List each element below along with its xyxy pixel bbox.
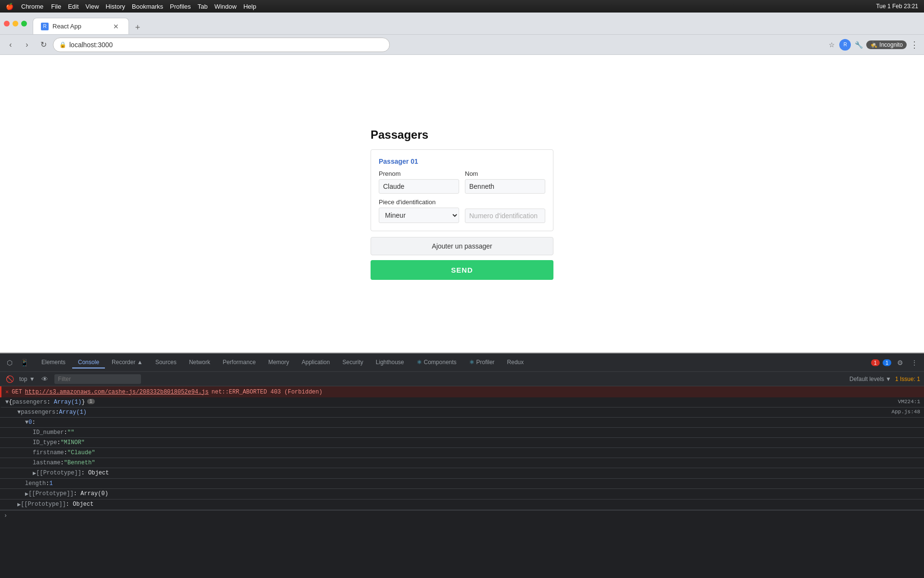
- forward-button[interactable]: ›: [20, 38, 34, 52]
- refresh-button[interactable]: ↻: [37, 38, 50, 52]
- address-bar[interactable]: 🔒 localhost:3000: [53, 38, 390, 52]
- log-row-prototype-arr: ▶ [[Prototype]] : Array(0): [0, 489, 924, 499]
- close-window-button[interactable]: [4, 21, 10, 26]
- prenom-label: Prenom: [379, 170, 459, 177]
- incognito-label: Incognito: [879, 41, 903, 48]
- menu-file[interactable]: File: [51, 3, 61, 10]
- log-row-id-number: ID_number : "": [0, 428, 924, 438]
- devtools-right-actions: 1 1 ⚙ ⋮: [871, 357, 920, 368]
- identification-row: Piece d'identification Mineur Adulte Pas…: [379, 198, 545, 223]
- extension-btn-1[interactable]: R: [839, 39, 851, 51]
- expand-arrow-6[interactable]: ▶: [17, 501, 21, 508]
- more-options-button[interactable]: ⋮: [909, 39, 920, 51]
- tab-lighthouse[interactable]: Lighthouse: [370, 357, 410, 368]
- app1648-line: App.js:48: [891, 409, 920, 415]
- passengers-colon: :: [55, 409, 59, 416]
- menu-help[interactable]: Help: [244, 3, 257, 10]
- console-prompt-row: ›: [0, 510, 924, 521]
- menu-view[interactable]: View: [86, 3, 99, 10]
- tab-close-button[interactable]: ✕: [111, 22, 121, 31]
- nom-input[interactable]: [465, 179, 545, 194]
- vm224-line: VM224:1: [891, 399, 920, 405]
- tab-recorder[interactable]: Recorder ▲: [106, 357, 149, 368]
- tab-network[interactable]: Network: [183, 357, 216, 368]
- menu-window[interactable]: Window: [214, 3, 236, 10]
- lastname-key: lastname: [33, 460, 61, 466]
- error-count-badge: 1: [871, 359, 880, 366]
- menu-bookmarks[interactable]: Bookmarks: [132, 3, 163, 10]
- devtools-left-icons: ⬡ 📱: [4, 357, 30, 368]
- send-button[interactable]: SEND: [371, 260, 553, 280]
- menu-tab[interactable]: Tab: [197, 3, 207, 10]
- id-number-input[interactable]: [465, 209, 545, 223]
- index-0-key: 0: [28, 419, 32, 426]
- default-levels-button[interactable]: Default levels ▼: [849, 376, 891, 382]
- default-levels-label: Default levels: [849, 376, 884, 382]
- traffic-lights: [4, 21, 27, 26]
- log-row-firstname: firstname : "Claude": [0, 448, 924, 458]
- tab-memory[interactable]: Memory: [262, 357, 295, 368]
- maximize-window-button[interactable]: [21, 21, 27, 26]
- tab-console[interactable]: Console: [72, 357, 105, 368]
- id-type-key: ID_type: [33, 439, 57, 446]
- inspect-element-button[interactable]: ⬡: [4, 357, 15, 368]
- active-tab[interactable]: R React App ✕: [33, 18, 129, 34]
- macos-menubar: 🍎 Chrome File Edit View History Bookmark…: [0, 0, 924, 13]
- tab-title: React App: [52, 23, 107, 30]
- passengers-type: Array(1): [59, 409, 87, 416]
- tab-components[interactable]: ⚛ Components: [411, 357, 462, 368]
- minimize-window-button[interactable]: [13, 21, 18, 26]
- tab-bar: R React App ✕ +: [33, 13, 144, 34]
- device-toolbar-button[interactable]: 📱: [18, 357, 30, 368]
- bookmark-button[interactable]: ☆: [826, 39, 837, 51]
- tab-favicon: R: [41, 23, 49, 30]
- tab-sources[interactable]: Sources: [150, 357, 182, 368]
- tab-application[interactable]: Application: [296, 357, 336, 368]
- menu-profiles[interactable]: Profiles: [170, 3, 191, 10]
- id-type-value: "MINOR": [61, 439, 85, 446]
- id-number-value: "": [67, 429, 74, 436]
- console-toolbar: 🚫 top ▼ 👁 Default levels ▼ 1 Issue: 1: [0, 372, 924, 386]
- expand-arrow-5[interactable]: ▶: [25, 490, 28, 498]
- length-key: length: [25, 480, 46, 487]
- extension-btn-2[interactable]: 🔧: [853, 39, 864, 51]
- main-content: Passagers Passager 01 Prenom Nom Piece d…: [0, 55, 924, 353]
- tab-profiler[interactable]: ⚛ Profiler: [463, 357, 500, 368]
- tab-performance[interactable]: Performance: [217, 357, 262, 368]
- tab-elements[interactable]: Elements: [36, 357, 71, 368]
- id-type-select[interactable]: Mineur Adulte Passport: [379, 208, 459, 223]
- error-url[interactable]: http://s3.amazonaws.com/cashe-js/208332b…: [25, 389, 209, 395]
- nom-label: Nom: [465, 170, 545, 177]
- console-filter-input[interactable]: [54, 374, 141, 384]
- add-passenger-button[interactable]: Ajouter un passager: [371, 237, 553, 255]
- tab-security[interactable]: Security: [336, 357, 369, 368]
- app-menu-chrome[interactable]: Chrome: [21, 3, 43, 10]
- back-button[interactable]: ‹: [4, 38, 17, 52]
- expand-arrow-4[interactable]: ▶: [33, 470, 36, 477]
- console-eye-button[interactable]: 👁: [39, 373, 51, 385]
- menu-history[interactable]: History: [106, 3, 125, 10]
- expand-arrow-3[interactable]: ▼: [25, 419, 28, 426]
- log-row-id-type: ID_type : "MINOR": [0, 438, 924, 448]
- apple-menu[interactable]: 🍎: [6, 3, 13, 10]
- menu-edit[interactable]: Edit: [68, 3, 78, 10]
- expand-arrow-1[interactable]: ▼: [5, 399, 9, 406]
- log-object-label: {passengers: Array(1)}: [9, 399, 85, 406]
- colon-1: :: [64, 429, 67, 436]
- error-message: net::ERR_ABORTED 403 (Forbidden): [212, 389, 322, 395]
- passenger-label: Passager 01: [379, 158, 545, 165]
- page-title: Passagers: [371, 128, 553, 142]
- console-top-selector[interactable]: top ▼: [19, 376, 35, 382]
- nom-field: Nom: [465, 170, 545, 194]
- tab-redux[interactable]: Redux: [501, 357, 530, 368]
- prenom-input[interactable]: [379, 179, 459, 194]
- log-row-prototype-obj: ▶ [[Prototype]] : Object: [0, 468, 924, 479]
- prototype-obj-label: [[Prototype]]: [36, 470, 81, 476]
- clear-console-button[interactable]: 🚫: [4, 373, 15, 385]
- devtools-settings-button[interactable]: ⚙: [894, 357, 906, 368]
- error-get-label: GET: [12, 389, 22, 395]
- expand-arrow-2[interactable]: ▼: [17, 409, 21, 416]
- new-tab-button[interactable]: +: [131, 21, 144, 34]
- devtools-more-button[interactable]: ⋮: [909, 357, 920, 368]
- url-display: localhost:3000: [69, 41, 113, 49]
